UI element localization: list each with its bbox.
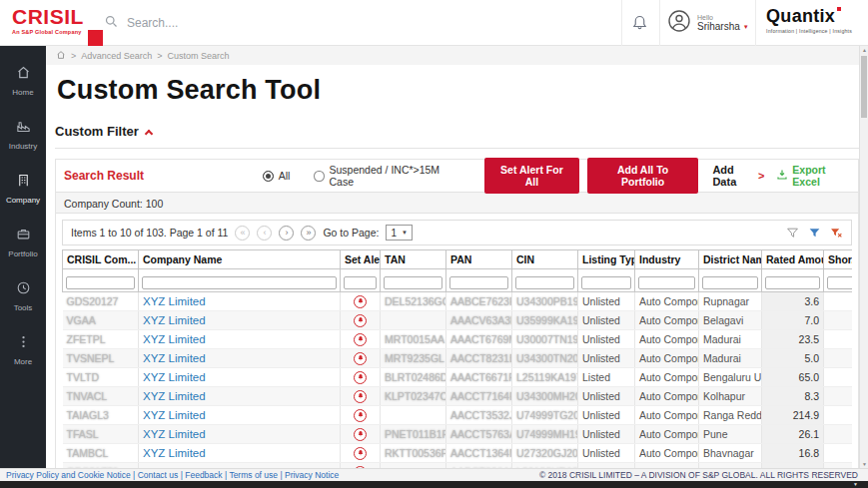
sidebar-item-more[interactable]: More (0, 323, 46, 377)
column-filter-input[interactable] (142, 276, 337, 289)
scrollbar-thumb[interactable] (861, 56, 867, 118)
column-header[interactable]: CIN (512, 250, 578, 269)
column-filter-input[interactable] (66, 276, 135, 289)
set-alert-bell-icon[interactable] (354, 295, 367, 308)
company-name-link[interactable]: XYZ Limited (139, 387, 341, 406)
set-alert-bell-icon[interactable] (354, 390, 367, 403)
company-name-link[interactable]: XYZ Limited (139, 349, 341, 368)
column-filter-input[interactable] (449, 276, 508, 289)
footer-link[interactable]: Terms of use (229, 470, 278, 480)
apply-filter-icon[interactable] (808, 227, 821, 240)
set-alert-bell-icon[interactable] (354, 409, 367, 422)
set-alert-bell-icon[interactable] (354, 352, 367, 365)
header-divider (659, 0, 660, 46)
column-header[interactable]: District Name (699, 250, 762, 269)
company-name-link[interactable]: XYZ Limited (139, 292, 341, 311)
global-search-input[interactable] (127, 16, 556, 30)
next-page-button[interactable]: › (279, 226, 294, 241)
sidebar-item-company[interactable]: Company (0, 162, 46, 216)
column-header[interactable]: CRISIL Com... (63, 250, 139, 269)
company-name-link[interactable]: XYZ Limited (139, 425, 341, 444)
cell-district: Bhavnagar (699, 444, 762, 463)
cell-crisil-code: VGAA (63, 311, 139, 330)
prev-page-button[interactable]: ‹ (257, 226, 272, 241)
column-filter-input[interactable] (827, 276, 852, 289)
sidebar-item-portfolio[interactable]: Portfolio (0, 216, 46, 269)
radio-all[interactable]: All (263, 170, 291, 182)
cell-set-alert (341, 311, 381, 330)
red-accent-square (88, 30, 103, 46)
set-alert-for-all-button[interactable]: Set Alert For All (484, 158, 579, 194)
set-alert-bell-icon[interactable] (354, 428, 367, 441)
cell-rated-amount: 7.0 (762, 311, 824, 330)
notifications-bell-icon[interactable] (631, 13, 648, 34)
cell-set-alert (341, 292, 381, 311)
company-name-link[interactable]: XYZ Limited (139, 311, 341, 330)
column-filter-input[interactable] (702, 276, 758, 289)
radio-suspended-dot[interactable] (314, 171, 324, 182)
company-name-link[interactable]: XYZ Limited (139, 330, 341, 349)
cell-pan: AACCT8231B (446, 349, 512, 368)
radio-suspended-case[interactable]: Suspended / INC*>15M Case (314, 164, 452, 188)
column-header[interactable]: Shor... (824, 250, 853, 269)
radio-all-dot[interactable] (263, 171, 274, 182)
footer-link[interactable]: Feedback (185, 470, 222, 480)
set-alert-bell-icon[interactable] (354, 447, 367, 460)
column-header[interactable]: Company Name (139, 250, 341, 269)
factory-icon (16, 119, 31, 138)
quantix-tagline: Information | Intelligence | Insights (766, 28, 852, 34)
crisil-logo[interactable]: CRISIL An S&P Global Company (12, 6, 84, 35)
column-filter-input[interactable] (515, 276, 574, 289)
sidebar-item-industry[interactable]: Industry (0, 108, 46, 162)
column-header[interactable]: Listing Type (578, 250, 635, 269)
breadcrumb-advanced-search[interactable]: Advanced Search (81, 51, 152, 61)
sidebar-item-home[interactable]: Home (0, 54, 46, 108)
bottom-bar[interactable]: ▼ (0, 481, 868, 488)
column-header[interactable]: Rated Amount (762, 250, 824, 269)
custom-filter-toggle[interactable]: Custom Filter (55, 124, 859, 139)
column-header[interactable]: Industry (635, 250, 699, 269)
footer-link[interactable]: Privacy Policy and Cookie Notice (6, 470, 131, 480)
scroll-down-arrow-icon[interactable]: ▼ (860, 461, 868, 467)
cell-listing-type: Unlisted (578, 387, 635, 406)
column-header[interactable]: PAN (446, 250, 512, 269)
add-all-to-portfolio-button[interactable]: Add All To Portfolio (587, 158, 699, 194)
first-page-button[interactable]: « (235, 226, 250, 241)
cell-rated-amount: 8.3 (762, 387, 824, 406)
filter-funnel-icon[interactable] (786, 227, 799, 240)
set-alert-bell-icon[interactable] (354, 314, 367, 327)
column-header[interactable]: Set Alert (341, 250, 381, 269)
last-page-button[interactable]: » (301, 226, 316, 241)
scroll-corner-arrow-icon[interactable]: ▼ (853, 482, 858, 487)
export-excel-button[interactable]: Export Excel (776, 164, 848, 188)
company-name-link[interactable]: XYZ Limited (139, 444, 341, 463)
column-filter-input[interactable] (344, 276, 377, 289)
column-filter-input[interactable] (384, 276, 442, 289)
add-data-link[interactable]: Add Data > (712, 164, 764, 188)
company-name-link[interactable]: XYZ Limited (139, 368, 341, 387)
clear-filter-icon[interactable] (830, 227, 843, 240)
table-row: TAIAGL3 XYZ Limited AACCT3532J U74999TG2… (63, 406, 853, 425)
goto-page-select[interactable]: 1 ▼ (386, 225, 413, 241)
cell-district: Ranga Reddy (699, 406, 762, 425)
table-row: TVLTD XYZ Limited BLRT02486D AAACT6671P … (63, 368, 853, 387)
more-dots-icon (16, 334, 31, 353)
scroll-up-arrow-icon[interactable]: ▲ (860, 47, 868, 53)
cell-listing-type: Unlisted (578, 292, 635, 311)
set-alert-bell-icon[interactable] (354, 333, 367, 346)
quantix-logo: Quantix Information | Intelligence | Ins… (766, 7, 852, 34)
set-alert-bell-icon[interactable] (354, 371, 367, 384)
company-name-link[interactable]: XYZ Limited (139, 406, 341, 425)
footer-link[interactable]: Privacy Notice (285, 470, 339, 480)
sidebar-item-tools[interactable]: Tools (0, 269, 46, 323)
home-icon[interactable] (56, 50, 66, 62)
column-filter-input[interactable] (638, 276, 695, 289)
clock-icon (16, 280, 31, 299)
column-filter-input[interactable] (581, 276, 631, 289)
vertical-scrollbar[interactable]: ▲ ▼ (859, 46, 868, 468)
footer-link[interactable]: Contact us (138, 470, 179, 480)
main-content: Custom Search Tool Custom Filter Search … (46, 65, 859, 468)
column-header[interactable]: TAN (381, 250, 446, 269)
column-filter-input[interactable] (765, 276, 820, 289)
user-menu[interactable]: Hello Sriharsha ▼ (667, 9, 749, 37)
